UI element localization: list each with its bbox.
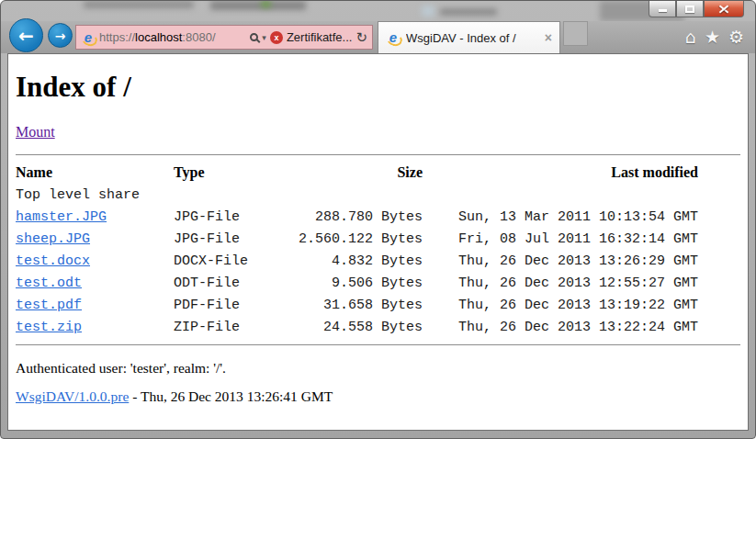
table-header-row: Name Type Size Last modified — [16, 159, 698, 185]
url-host: localhost — [135, 30, 182, 44]
toolbar-icons: ⌂ ★ ⚙ — [685, 27, 744, 47]
tab-close-icon[interactable]: × — [545, 30, 552, 45]
file-modified: Thu, 26 Dec 2013 13:22:24 GMT — [423, 317, 698, 339]
file-modified: Thu, 26 Dec 2013 13:19:22 GMT — [423, 295, 698, 317]
server-signature: WsgiDAV/1.0.0.pre - Thu, 26 Dec 2013 13:… — [16, 388, 740, 405]
url-text[interactable]: https://localhost:8080/ — [99, 30, 246, 44]
browser-window: ← → e https://localhost:8080/ ▾ x Zertif… — [0, 0, 756, 439]
address-bar[interactable]: e https://localhost:8080/ ▾ x Zertifikat… — [75, 25, 373, 50]
table-note-row: Top level share — [16, 185, 698, 207]
back-arrow-icon: ← — [18, 25, 34, 47]
file-modified: Thu, 26 Dec 2013 13:26:29 GMT — [423, 251, 698, 273]
favorites-star-icon[interactable]: ★ — [705, 27, 720, 47]
file-type: DOCX-File — [174, 251, 286, 273]
gear-icon[interactable]: ⚙ — [728, 27, 744, 47]
home-icon[interactable]: ⌂ — [685, 27, 696, 47]
file-modified: Thu, 26 Dec 2013 12:55:27 GMT — [423, 273, 698, 295]
tab-title: WsgiDAV - Index of / — [406, 31, 539, 45]
table-row: test.zip ZIP-File 24.558 Bytes Thu, 26 D… — [16, 317, 698, 339]
back-button[interactable]: ← — [9, 18, 43, 52]
server-timestamp: - Thu, 26 Dec 2013 13:26:41 GMT — [129, 388, 333, 404]
column-header-modified: Last modified — [423, 159, 698, 185]
table-row: test.odt ODT-File 9.506 Bytes Thu, 26 De… — [16, 273, 698, 295]
background-blur — [440, 8, 497, 16]
new-tab-button[interactable] — [563, 21, 588, 46]
tab-favicon-icon: e — [386, 30, 401, 45]
file-type: JPG-File — [174, 229, 286, 251]
file-type: JPG-File — [174, 207, 286, 229]
table-row: test.docx DOCX-File 4.832 Bytes Thu, 26 … — [16, 251, 698, 273]
table-row: sheep.JPG JPG-File 2.560.122 Bytes Fri, … — [16, 229, 698, 251]
forward-arrow-icon: → — [55, 28, 66, 43]
file-link[interactable]: test.docx — [16, 253, 90, 269]
window-controls — [649, 1, 744, 17]
url-scheme: https:// — [99, 30, 135, 44]
background-icon-blur — [261, 1, 271, 7]
column-header-name: Name — [16, 159, 174, 185]
close-icon — [718, 5, 729, 14]
file-link[interactable]: sheep.JPG — [16, 231, 90, 247]
certificate-error-label[interactable]: Zertifikatfe... — [287, 30, 353, 44]
chevron-down-icon[interactable]: ▾ — [262, 33, 266, 42]
url-path: :8080/ — [182, 30, 215, 44]
server-version-link[interactable]: WsgiDAV/1.0.0.pre — [16, 388, 129, 404]
background-blur — [84, 1, 194, 8]
search-icon[interactable] — [250, 33, 258, 41]
file-link[interactable]: hamster.JPG — [16, 209, 107, 225]
table-row: hamster.JPG JPG-File 288.780 Bytes Sun, … — [16, 207, 698, 229]
window-titlebar[interactable] — [1, 1, 755, 21]
background-blur — [210, 1, 306, 10]
ie-favicon-icon: e — [81, 30, 96, 45]
file-modified: Sun, 13 Mar 2011 10:13:54 GMT — [423, 207, 698, 229]
page-title: Index of / — [16, 71, 740, 104]
file-type: ZIP-File — [174, 317, 286, 339]
forward-button[interactable]: → — [48, 23, 73, 48]
file-table: Name Type Size Last modified Top level s… — [16, 159, 698, 339]
file-link[interactable]: test.zip — [16, 320, 82, 335]
file-size: 288.780 Bytes — [286, 207, 423, 229]
maximize-icon — [685, 6, 694, 13]
column-header-size: Size — [286, 159, 423, 185]
refresh-icon[interactable]: ↻ — [355, 29, 367, 46]
table-row: test.pdf PDF-File 31.658 Bytes Thu, 26 D… — [16, 295, 698, 317]
certificate-error-icon[interactable]: x — [270, 31, 283, 44]
file-type: ODT-File — [174, 273, 286, 295]
minimize-icon — [659, 9, 667, 12]
file-size: 4.832 Bytes — [286, 251, 423, 273]
file-size: 24.558 Bytes — [286, 317, 423, 339]
file-size: 31.658 Bytes — [286, 295, 423, 317]
divider — [16, 154, 740, 155]
file-link[interactable]: test.odt — [16, 276, 82, 291]
column-header-type: Type — [174, 159, 286, 185]
minimize-button[interactable] — [649, 1, 676, 17]
browser-tab[interactable]: e WsgiDAV - Index of / × — [378, 21, 560, 53]
file-modified: Fri, 08 Jul 2011 16:32:14 GMT — [423, 229, 698, 251]
background-icon-blur — [422, 6, 434, 17]
file-type: PDF-File — [174, 295, 286, 317]
file-link[interactable]: test.pdf — [16, 298, 82, 313]
maximize-button[interactable] — [676, 1, 704, 17]
file-size: 9.506 Bytes — [286, 273, 423, 295]
file-size: 2.560.122 Bytes — [286, 229, 423, 251]
divider — [16, 344, 740, 345]
auth-status-text: Authenticated user: 'tester', realm: '/'… — [16, 360, 740, 377]
close-button[interactable] — [704, 1, 744, 17]
page-content: Index of / Mount Name Type Size Last mod… — [7, 53, 749, 431]
share-note: Top level share — [16, 185, 174, 207]
mount-link[interactable]: Mount — [16, 124, 55, 141]
screenshot-stage: ← → e https://localhost:8080/ ▾ x Zertif… — [0, 0, 756, 551]
